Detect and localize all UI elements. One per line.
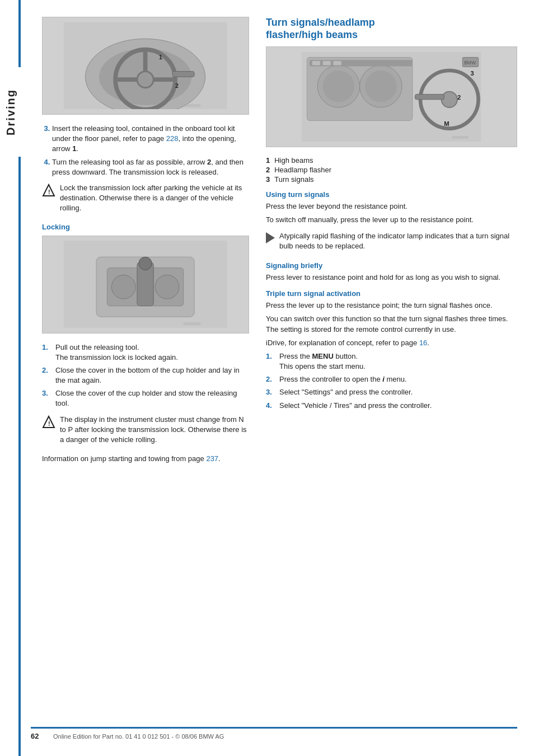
svg-point-21 [139, 257, 152, 270]
footer: 62 Online Edition for Part no. 01 41 0 0… [31, 727, 517, 740]
sidebar-label: Driving [4, 89, 17, 135]
locking-step-2: 2. Close the cover in the bottom of the … [42, 365, 249, 386]
triple-p2: You can switch over this function so tha… [266, 314, 517, 334]
warning-icon-1: ! [42, 184, 55, 197]
locking-step-3: 3. Close the cover of the cup holder and… [42, 388, 249, 408]
svg-text:00000000: 00000000 [452, 136, 469, 140]
svg-text:!: ! [48, 420, 50, 427]
using-note: Atypically rapid flashing of the indicat… [279, 231, 517, 251]
triple-step-4: 4. Select "Vehicle / Tires" and press th… [266, 401, 517, 411]
using-heading: Using turn signals [266, 190, 517, 199]
sidebar-driving: Driving [0, 67, 21, 157]
using-p1: Press the lever beyond the resistance po… [266, 201, 517, 212]
triple-step-2: 2. Press the controller to open the i me… [266, 374, 517, 384]
page-link-237[interactable]: 237 [206, 454, 218, 463]
page-number: 62 [31, 732, 48, 740]
warning-text-2: The display in the instrument cluster mu… [60, 415, 249, 445]
turn-signal-image: 3 2 M BMW 00000000 [266, 46, 517, 147]
main-content: 1 2 00000000 Insert the releasing tool, … [31, 0, 534, 484]
svg-rect-37 [415, 94, 444, 99]
locking-image: 00000000 [42, 236, 249, 334]
svg-text:3: 3 [471, 70, 474, 77]
svg-text:00000000: 00000000 [184, 322, 200, 326]
svg-text:BMW: BMW [465, 60, 476, 65]
svg-point-30 [365, 71, 397, 102]
svg-text:1: 1 [159, 54, 162, 60]
warning-box-1: ! Lock the transmission lock after parki… [42, 183, 249, 217]
locking-heading: Locking [42, 223, 249, 231]
warning-box-2: ! The display in the instrument cluster … [42, 415, 249, 449]
using-note-box: Atypically rapid flashing of the indicat… [266, 231, 517, 255]
using-p2: To switch off manually, press the lever … [266, 215, 517, 225]
page-link-16[interactable]: 16 [419, 339, 427, 347]
signaling-heading: Signaling briefly [266, 261, 517, 270]
svg-text:!: ! [48, 189, 50, 195]
svg-text:M: M [444, 120, 449, 127]
left-column: 1 2 00000000 Insert the releasing tool, … [42, 17, 249, 467]
item-2: 2 Headlamp flasher [266, 166, 517, 174]
svg-point-19 [156, 275, 180, 299]
svg-rect-10 [173, 71, 195, 77]
svg-rect-33 [323, 61, 331, 65]
svg-rect-32 [312, 61, 320, 65]
footer-text: Online Edition for Part no. 01 41 0 012 … [53, 733, 224, 740]
warning-icon-2: ! [42, 415, 55, 429]
svg-point-18 [112, 275, 136, 299]
steering-column-image: 1 2 00000000 [42, 17, 249, 115]
signaling-p1: Press lever to resistance point and hold… [266, 273, 517, 283]
svg-text:00000000: 00000000 [184, 103, 200, 107]
warning-text-1: Lock the transmission lock after parking… [60, 183, 249, 214]
triple-p1: Press the lever up to the resistance poi… [266, 300, 517, 311]
triple-p3: iDrive, for explanation of concept, refe… [266, 338, 517, 348]
locking-step-1: 1. Pull out the releasing tool.The trans… [42, 342, 249, 363]
jump-start-info: Information on jump starting and towing … [42, 454, 249, 464]
items-list: 1 High beams 2 Headlamp flasher 3 Turn s… [266, 156, 517, 184]
svg-point-29 [323, 71, 355, 102]
locking-steps: 1. Pull out the releasing tool.The trans… [42, 342, 249, 409]
svg-rect-34 [334, 61, 341, 65]
triangle-icon [266, 232, 275, 243]
right-column: Turn signals/headlamp flasher/high beams [266, 17, 517, 467]
triple-heading: Triple turn signal activation [266, 289, 517, 298]
svg-text:2: 2 [176, 82, 179, 88]
svg-point-4 [137, 71, 153, 87]
svg-point-36 [442, 92, 457, 107]
triple-steps: 1. Press the MENU button.This opens the … [266, 351, 517, 411]
steps-list: Insert the releasing tool, contained in … [52, 124, 249, 177]
item-1: 1 High beams [266, 156, 517, 165]
triple-step-1: 1. Press the MENU button.This opens the … [266, 351, 517, 372]
section-title: Turn signals/headlamp flasher/high beams [266, 17, 517, 41]
page-link-228[interactable]: 228 [166, 134, 179, 143]
svg-text:2: 2 [457, 94, 461, 101]
step-3: Insert the releasing tool, contained in … [52, 124, 249, 154]
triple-step-3: 3. Select "Settings" and press the contr… [266, 387, 517, 397]
item-3: 3 Turn signals [266, 175, 517, 184]
step-4: Turn the releasing tool as far as possib… [52, 157, 249, 177]
